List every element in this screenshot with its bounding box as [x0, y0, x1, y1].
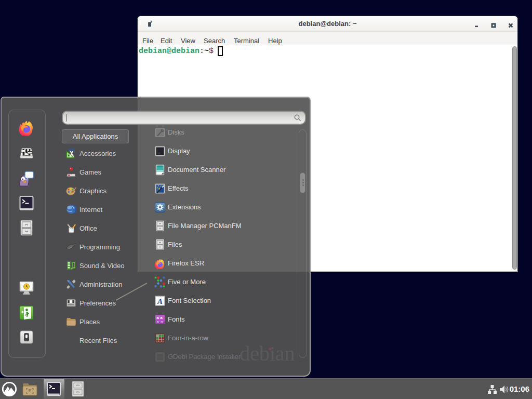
svg-text:A: A	[157, 297, 163, 305]
svg-text:a: a	[161, 320, 163, 324]
